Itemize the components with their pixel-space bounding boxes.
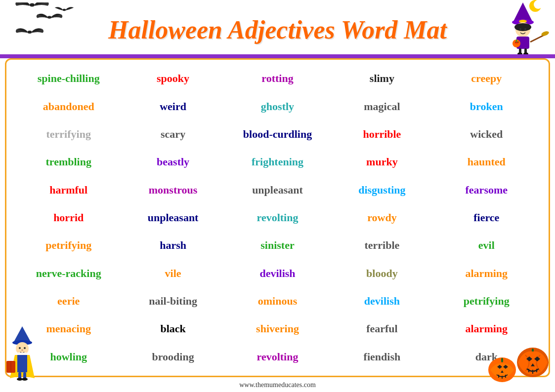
word-cell: revolting [225, 204, 330, 232]
svg-rect-17 [516, 39, 517, 41]
svg-point-12 [524, 28, 526, 30]
svg-point-11 [519, 28, 521, 30]
word-cell: abandoned [16, 92, 121, 120]
word-cell: horrid [16, 204, 121, 232]
word-cell: beastly [121, 148, 225, 176]
word-cell: evil [434, 232, 539, 259]
word-cell: unpleasant [121, 204, 225, 232]
word-cell: trembling [16, 148, 121, 176]
word-cell: haunted [434, 148, 539, 176]
word-cell: rotting [225, 65, 330, 92]
svg-point-22 [517, 52, 522, 54]
svg-text:★: ★ [20, 363, 24, 368]
svg-point-27 [19, 347, 21, 349]
word-cell: petrifying [434, 287, 539, 315]
page-container: Halloween Adjectives Word Mat [0, 0, 555, 392]
svg-point-10 [514, 23, 531, 31]
wizard-decoration: ★ [2, 324, 42, 378]
word-cell: broken [434, 92, 539, 120]
word-cell: shivering [225, 315, 330, 343]
footer: www.themumeducates.com [0, 381, 555, 389]
word-cell: devilish [330, 287, 434, 315]
word-cell: harsh [121, 232, 225, 259]
word-cell: weird [121, 92, 225, 120]
word-cell: bloody [330, 260, 434, 287]
word-cell: scary [121, 120, 225, 148]
word-cell: blood-curdling [225, 120, 330, 148]
witch-decoration [496, 0, 550, 54]
word-cell: monstrous [121, 176, 225, 203]
bat-decoration [5, 2, 84, 49]
word-cell: terrifying [16, 120, 121, 148]
word-cell: vile [121, 260, 225, 287]
word-cell: eerie [16, 287, 121, 315]
word-cell: fierce [434, 204, 539, 232]
word-cell: devilish [225, 260, 330, 287]
word-cell: unpleasant [225, 176, 330, 203]
word-cell: fiendish [330, 343, 434, 371]
svg-point-8 [534, 0, 543, 9]
word-cell: revolting [225, 343, 330, 371]
word-cell: disgusting [330, 176, 434, 203]
word-cell: ghostly [225, 92, 330, 120]
svg-point-29 [21, 350, 23, 351]
word-cell: magical [330, 92, 434, 120]
word-cell: spine-chilling [16, 65, 121, 92]
word-cell: fearful [330, 315, 434, 343]
word-grid: spine-chillingspookyrottingslimycreepyab… [16, 65, 539, 371]
word-cell: alarming [434, 260, 539, 287]
svg-point-23 [523, 52, 528, 54]
page-title: Halloween Adjectives Word Mat [108, 15, 447, 44]
word-cell: horrible [330, 120, 434, 148]
word-cell: fearsome [434, 176, 539, 203]
svg-point-1 [47, 16, 51, 19]
footer-url: www.themumeducates.com [239, 381, 316, 389]
svg-point-0 [30, 3, 35, 6]
word-cell: frightening [225, 148, 330, 176]
word-cell: slimy [330, 65, 434, 92]
word-cell: creepy [434, 65, 539, 92]
content-box: spine-chillingspookyrottingslimycreepyab… [5, 58, 550, 377]
word-cell: rowdy [330, 204, 434, 232]
word-cell: nail-biting [121, 287, 225, 315]
word-cell: terrible [330, 232, 434, 259]
word-cell: wicked [434, 120, 539, 148]
pumpkin-decoration [483, 323, 553, 382]
svg-point-2 [28, 31, 32, 34]
word-cell: nerve-racking [16, 260, 121, 287]
svg-point-28 [24, 347, 26, 349]
svg-rect-47 [501, 358, 503, 362]
svg-point-37 [22, 378, 28, 381]
word-cell: sinister [225, 232, 330, 259]
word-cell: black [121, 315, 225, 343]
word-cell: petrifying [16, 232, 121, 259]
word-cell: brooding [121, 343, 225, 371]
svg-point-3 [63, 9, 66, 11]
word-cell: ominous [225, 287, 330, 315]
word-cell: murky [330, 148, 434, 176]
word-cell: harmful [16, 176, 121, 203]
word-cell: spooky [121, 65, 225, 92]
